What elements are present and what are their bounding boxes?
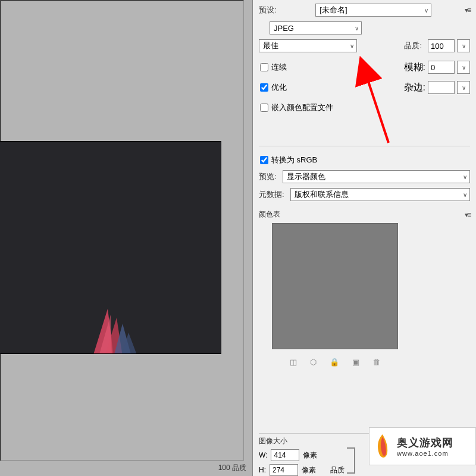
- height-label: H:: [259, 466, 266, 474]
- preview-value: 显示器颜色: [287, 171, 325, 182]
- color-table-flyout-icon[interactable]: ▾≡: [465, 211, 470, 219]
- matte-dropdown[interactable]: ∨: [457, 81, 470, 94]
- link-dimensions-icon[interactable]: [347, 447, 355, 474]
- ct-icon-1[interactable]: ◫: [290, 358, 297, 367]
- chevron-down-icon: ∨: [463, 192, 467, 198]
- metadata-value: 版权和联系信息: [295, 189, 349, 200]
- color-table-section: 颜色表 ▾≡ ◫ ⬡ 🔒 ▣ 🗑: [259, 209, 470, 367]
- flyout-menu-icon[interactable]: ▾≡: [465, 6, 470, 14]
- preset-value: [未命名]: [320, 5, 347, 15]
- format-value: JPEG: [274, 24, 294, 33]
- ct-icon-4[interactable]: ▣: [352, 358, 359, 367]
- settings-panel: 预设: [未命名] ∨ ▾≡ JPEG ∨ 最佳 ∨ 品质: ∨: [253, 0, 476, 476]
- chevron-down-icon: ∨: [355, 25, 359, 32]
- watermark: 奥义游戏网 www.aoe1.com: [369, 427, 476, 465]
- matte-label: 杂边:: [404, 82, 425, 94]
- embed-profile-label: 嵌入颜色配置文件: [271, 102, 333, 113]
- color-table-grid[interactable]: [272, 223, 398, 349]
- status-quality: 100 品质: [218, 463, 246, 473]
- preview-viewport: [0, 0, 244, 461]
- preview-dropdown[interactable]: 显示器颜色 ∨: [283, 170, 470, 183]
- metadata-label: 元数据:: [259, 189, 284, 200]
- chevron-down-icon: ∨: [350, 43, 354, 49]
- quality-preset-dropdown[interactable]: 最佳 ∨: [259, 39, 357, 52]
- quality-input[interactable]: [428, 39, 455, 52]
- format-dropdown[interactable]: JPEG ∨: [270, 21, 362, 35]
- color-table-toolbar: ◫ ⬡ 🔒 ▣ 🗑: [272, 358, 398, 367]
- preview-label: 预览:: [259, 171, 277, 182]
- quality-preset-value: 最佳: [263, 40, 278, 51]
- size-quality-label: 品质: [330, 465, 345, 475]
- preview-panel: 100 品质: [0, 0, 253, 476]
- metadata-dropdown[interactable]: 版权和联系信息 ∨: [290, 188, 470, 201]
- quality-label: 品质:: [404, 40, 422, 51]
- progressive-checkbox[interactable]: [260, 63, 268, 71]
- width-unit: 像素: [303, 450, 317, 461]
- height-input[interactable]: [270, 464, 298, 476]
- quality-stepper[interactable]: ∨: [457, 39, 470, 52]
- blur-input[interactable]: [428, 61, 455, 74]
- trash-icon[interactable]: 🗑: [372, 358, 380, 367]
- blur-label: 模糊:: [404, 61, 425, 74]
- divider: [259, 146, 470, 146]
- convert-srgb-label: 转换为 sRGB: [271, 155, 317, 165]
- image-canvas[interactable]: [0, 141, 221, 354]
- width-label: W:: [259, 451, 267, 459]
- color-table-label: 颜色表: [259, 209, 280, 220]
- matte-swatch[interactable]: [428, 81, 455, 94]
- optimized-checkbox[interactable]: [260, 83, 268, 92]
- watermark-cn: 奥义游戏网: [397, 436, 453, 450]
- ct-icon-2[interactable]: ⬡: [310, 358, 317, 367]
- lock-icon[interactable]: 🔒: [330, 358, 339, 367]
- preset-dropdown[interactable]: [未命名] ∨: [315, 4, 431, 17]
- chevron-down-icon: ∨: [463, 174, 467, 180]
- preset-label: 预设:: [259, 5, 277, 15]
- progressive-label: 连续: [271, 62, 287, 73]
- width-input[interactable]: [271, 449, 299, 461]
- watermark-url: www.aoe1.com: [397, 450, 453, 457]
- optimized-label: 优化: [271, 82, 287, 93]
- convert-srgb-checkbox[interactable]: [260, 156, 268, 164]
- watermark-logo-icon: [372, 432, 393, 461]
- chevron-down-icon: ∨: [424, 7, 428, 14]
- embed-profile-checkbox[interactable]: [260, 104, 268, 112]
- image-artwork: [81, 303, 152, 354]
- height-unit: 像素: [302, 465, 316, 475]
- blur-stepper[interactable]: ∨: [457, 61, 470, 74]
